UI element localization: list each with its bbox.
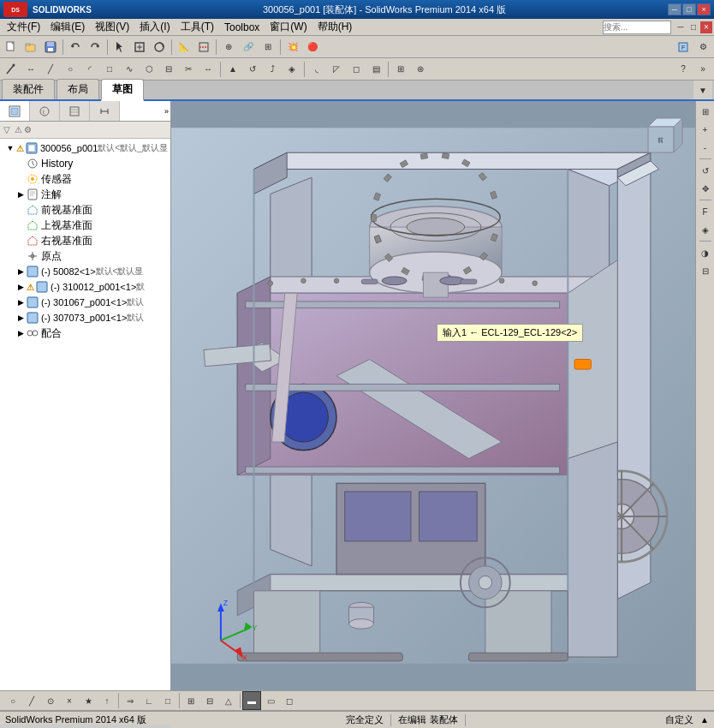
extrude-button[interactable]: ▲: [223, 60, 242, 79]
bt-dot[interactable]: ⊙: [41, 691, 60, 710]
zoom-out-button[interactable]: -: [697, 139, 714, 156]
mates-expand[interactable]: ▶: [15, 328, 26, 338]
bt-square[interactable]: □: [158, 691, 177, 710]
zoom-in-button[interactable]: +: [697, 121, 714, 138]
view-cube[interactable]: 前: [635, 110, 687, 161]
comp4-expand[interactable]: ▶: [15, 313, 26, 323]
maximize-button[interactable]: □: [682, 3, 696, 15]
bt-cross[interactable]: ×: [60, 691, 79, 710]
rectangle-button[interactable]: □: [100, 60, 119, 79]
bt-star[interactable]: ★: [79, 691, 98, 710]
bt-line[interactable]: ╱: [22, 691, 41, 710]
expand-panel-button[interactable]: »: [163, 101, 170, 121]
linear-pattern-button[interactable]: ⊞: [391, 60, 410, 79]
tree-item-history[interactable]: History: [0, 156, 170, 171]
measure-button[interactable]: 📐: [175, 38, 193, 57]
warning-filter[interactable]: ⚠: [15, 125, 22, 134]
bt-up[interactable]: ↑: [98, 691, 116, 710]
comp1-expand[interactable]: ▶: [15, 266, 26, 277]
property-tab[interactable]: i: [30, 101, 60, 121]
view-normal-button[interactable]: ⊞: [697, 103, 714, 120]
tab-layout[interactable]: 布局: [57, 79, 99, 99]
detect-collision-button[interactable]: 🔴: [303, 38, 322, 57]
undo-button[interactable]: [66, 38, 85, 57]
settings-button[interactable]: ⚙: [693, 38, 712, 57]
dim-tab[interactable]: [90, 101, 120, 121]
shell-button[interactable]: ◻: [347, 60, 366, 79]
polygon-button[interactable]: ⬡: [140, 60, 158, 79]
sketch-button[interactable]: [2, 60, 21, 79]
insert-component-button[interactable]: ⊕: [219, 38, 238, 57]
tree-item-root[interactable]: ▼ ⚠ 300056_p001 默认<默认_默认显: [0, 140, 170, 156]
section-button[interactable]: [194, 38, 213, 57]
menu-file[interactable]: 文件(F): [2, 19, 45, 35]
bt-corner[interactable]: ∟: [140, 691, 158, 710]
redo-button[interactable]: [86, 38, 104, 57]
menu-edit[interactable]: 编辑(E): [45, 19, 90, 35]
wireframe-button[interactable]: ⊟: [697, 262, 714, 279]
options-button[interactable]: ?: [674, 60, 693, 79]
spline-button[interactable]: ∿: [120, 60, 139, 79]
menu-tools[interactable]: 工具(T): [176, 19, 219, 35]
tree-item-notes[interactable]: ▶ 注解: [0, 187, 170, 202]
feature-filter[interactable]: ⚙: [24, 125, 32, 134]
tab-sketch[interactable]: 草图: [101, 79, 144, 101]
status-arrow-icon[interactable]: ▲: [700, 715, 709, 725]
notes-expand[interactable]: ▶: [15, 189, 26, 200]
bt-grid-minus[interactable]: ⊟: [200, 691, 219, 710]
trim-button[interactable]: ✂: [179, 60, 198, 79]
loft-button[interactable]: ◈: [283, 60, 301, 79]
rotate-view-button[interactable]: ↺: [697, 162, 714, 179]
config-tab[interactable]: [60, 101, 90, 121]
comp3-expand[interactable]: ▶: [15, 297, 26, 307]
menu-insert[interactable]: 插入(I): [134, 19, 175, 35]
tab-assembly[interactable]: 装配件: [2, 79, 55, 99]
tree-item-front-plane[interactable]: 前视基准面: [0, 202, 170, 218]
menu-help[interactable]: 帮助(H): [312, 19, 358, 35]
circular-pattern-button[interactable]: ⊛: [411, 60, 430, 79]
arc-button[interactable]: ◜: [80, 60, 99, 79]
tree-item-comp2[interactable]: ▶ ⚠ (-) 310012_p001<1> 默: [0, 279, 170, 295]
smart-dim-button[interactable]: ↔: [21, 60, 40, 79]
mate-button[interactable]: 🔗: [239, 38, 258, 57]
front-view-r-button[interactable]: F: [697, 203, 714, 220]
circle-button[interactable]: ○: [61, 60, 80, 79]
search-input[interactable]: [603, 21, 671, 34]
tree-item-origin[interactable]: 原点: [0, 248, 170, 264]
3d-viewport[interactable]: Z Y X 输入1: [171, 101, 695, 690]
tree-item-mates[interactable]: ▶ 配合: [0, 325, 170, 341]
zoom-fit-button[interactable]: [130, 38, 149, 57]
revolve-button[interactable]: ↺: [243, 60, 262, 79]
new-button[interactable]: [2, 38, 21, 57]
fillet-button[interactable]: ◟: [307, 60, 326, 79]
bt-arrow[interactable]: ⇒: [121, 691, 140, 710]
front-view-button[interactable]: F: [674, 38, 693, 57]
menu-window[interactable]: 窗口(W): [265, 19, 312, 35]
pan-button[interactable]: ✥: [697, 180, 714, 197]
rotate-button[interactable]: [150, 38, 169, 57]
tree-item-comp1[interactable]: ▶ (-) 50082<1> 默认<默认显: [0, 264, 170, 279]
select-button[interactable]: [110, 38, 129, 57]
pattern-button[interactable]: ⊞: [259, 38, 277, 57]
tree-item-comp3[interactable]: ▶ (-) 301067_p001<1> 默认: [0, 295, 170, 310]
titlebar-max[interactable]: □: [687, 21, 699, 33]
offset-button[interactable]: ⊟: [159, 60, 178, 79]
bt-triangle[interactable]: △: [219, 691, 238, 710]
menu-toolbox[interactable]: Toolbox: [219, 21, 265, 34]
close-button[interactable]: ×: [697, 3, 711, 15]
titlebar-min[interactable]: ─: [675, 21, 687, 33]
line-button[interactable]: ╱: [41, 60, 60, 79]
tree-item-top-plane[interactable]: 上视基准面: [0, 218, 170, 233]
shade-button[interactable]: ◑: [697, 244, 714, 261]
bt-rect2[interactable]: ◻: [280, 691, 299, 710]
panel-options-button[interactable]: ▼: [693, 81, 712, 99]
menu-view[interactable]: 视图(V): [90, 19, 134, 35]
bt-circle[interactable]: ○: [3, 691, 22, 710]
titlebar-close[interactable]: ×: [700, 21, 712, 33]
tree-item-right-plane[interactable]: 右视基准面: [0, 233, 170, 248]
iso-view-button[interactable]: ◈: [697, 221, 714, 238]
comp2-expand[interactable]: ▶: [15, 282, 26, 292]
minimize-button[interactable]: ─: [668, 3, 681, 15]
bt-outline-rect[interactable]: ▭: [261, 691, 280, 710]
rib-button[interactable]: ▤: [366, 60, 385, 79]
